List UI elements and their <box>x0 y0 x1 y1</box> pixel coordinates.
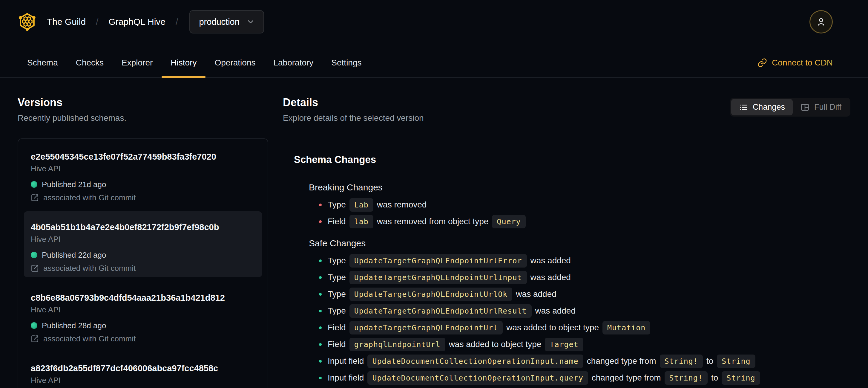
version-card[interactable]: c8b6e88a06793b9c4dfd54aaa21b36a1b421d812… <box>24 282 262 348</box>
change-text: Type <box>328 256 346 265</box>
version-list: e2e55045345ce13fe07f52a77459b83fa3fe7020… <box>18 139 268 388</box>
tab-operations[interactable]: Operations <box>206 43 265 78</box>
code-badge: String <box>722 371 760 385</box>
tab-label: Operations <box>214 58 255 67</box>
external-link-icon <box>31 335 39 343</box>
columns-icon <box>801 103 809 112</box>
bullet-icon <box>319 293 322 296</box>
change-text: Field <box>328 217 346 226</box>
user-icon <box>815 16 827 28</box>
connect-to-cdn-button[interactable]: Connect to CDN <box>757 43 833 78</box>
git-commit-text: associated with Git commit <box>43 193 135 202</box>
breaking-changes-section: Breaking ChangesTypeLabwas removedFieldl… <box>309 182 850 230</box>
details-heading-group: Details Explore details of the selected … <box>283 96 424 123</box>
change-text: to <box>711 373 718 383</box>
tab-checks[interactable]: Checks <box>67 43 113 78</box>
change-text: Field <box>328 323 346 332</box>
version-card[interactable]: a823f6db2a55df877dcf406006abca97fcc4858c… <box>24 352 262 388</box>
primary-tabbar: SchemaChecksExplorerHistoryOperationsLab… <box>0 43 868 78</box>
breadcrumb-org[interactable]: The Guild <box>47 17 86 27</box>
tab-list: SchemaChecksExplorerHistoryOperationsLab… <box>18 43 371 78</box>
versions-title: Versions <box>18 96 268 109</box>
user-menu-button[interactable] <box>809 10 833 33</box>
bullet-icon <box>319 220 322 223</box>
bullet-icon <box>319 377 322 379</box>
change-text: Field <box>328 339 346 349</box>
breadcrumb-separator: / <box>96 17 98 27</box>
version-hash: c8b6e88a06793b9c4dfd54aaa21b36a1b421d812 <box>31 293 255 303</box>
details-subtitle: Explore details of the selected version <box>283 113 424 123</box>
code-badge: String! <box>660 355 703 368</box>
app-header: The Guild / GraphQL Hive / production <box>0 0 868 43</box>
change-text: was added <box>530 256 571 265</box>
tab-label: History <box>170 58 196 67</box>
tab-explorer[interactable]: Explorer <box>113 43 162 78</box>
tab-laboratory[interactable]: Laboratory <box>265 43 322 78</box>
git-commit-row[interactable]: associated with Git commit <box>31 193 255 202</box>
git-commit-text: associated with Git commit <box>43 334 135 344</box>
app-root: The Guild / GraphQL Hive / production Sc… <box>0 0 868 388</box>
change-sections: Breaking ChangesTypeLabwas removedFieldl… <box>294 182 850 386</box>
version-service-name: Hive API <box>31 376 255 385</box>
version-card[interactable]: 4b05ab51b1b4a7e2e4b0ef82172f2b9f7ef98c0b… <box>24 211 262 277</box>
change-item: Input fieldUpdateDocumentCollectionOpera… <box>309 369 850 386</box>
external-link-icon <box>31 194 39 202</box>
tab-label: Checks <box>76 58 104 67</box>
full-diff-view-button[interactable]: Full Diff <box>793 99 849 115</box>
code-badge: UpdateTargetGraphQLEndpointUrlError <box>349 254 527 268</box>
list-icon <box>739 103 748 112</box>
version-card[interactable]: e2e55045345ce13fe07f52a77459b83fa3fe7020… <box>24 141 262 207</box>
status-dot <box>31 322 37 329</box>
code-badge: UpdateTargetGraphQLEndpointUrlInput <box>349 271 527 284</box>
target-selector-dropdown[interactable]: production <box>189 10 264 33</box>
hive-logo-icon[interactable] <box>18 11 37 32</box>
change-text: was added to object type <box>449 339 541 349</box>
code-badge: Target <box>545 338 583 351</box>
version-service-name: Hive API <box>31 164 255 173</box>
version-service-name: Hive API <box>31 235 255 244</box>
tab-schema[interactable]: Schema <box>18 43 67 78</box>
change-item: TypeUpdateTargetGraphQLEndpointUrlErrorw… <box>309 252 850 269</box>
breadcrumb-project[interactable]: GraphQL Hive <box>108 17 165 27</box>
status-dot <box>31 252 37 258</box>
schema-changes-section: Schema Changes Breaking ChangesTypeLabwa… <box>294 154 850 386</box>
breaking-changes-title: Breaking Changes <box>309 182 850 192</box>
change-text: was added <box>530 273 571 282</box>
external-link-icon <box>31 264 39 272</box>
published-text: Published 28d ago <box>42 321 106 330</box>
changes-view-button[interactable]: Changes <box>731 99 793 115</box>
git-commit-text: associated with Git commit <box>43 263 135 273</box>
schema-changes-title: Schema Changes <box>294 154 850 165</box>
tab-label: Explorer <box>122 58 153 67</box>
code-badge: UpdateTargetGraphQLEndpointUrlOk <box>349 288 513 301</box>
change-text: was added to object type <box>506 323 599 332</box>
change-text: changed type from <box>592 373 661 383</box>
bullet-icon <box>319 260 322 262</box>
versions-panel: Versions Recently published schemas. e2e… <box>18 96 268 388</box>
bullet-icon <box>319 326 322 329</box>
chevron-down-icon <box>246 17 255 26</box>
published-row: Published 22d ago <box>31 250 255 260</box>
change-text: Input field <box>328 356 364 366</box>
tab-settings[interactable]: Settings <box>322 43 370 78</box>
code-badge: UpdateTargetGraphQLEndpointUrlResult <box>349 304 532 318</box>
details-panel: Details Explore details of the selected … <box>283 96 850 388</box>
change-list: TypeUpdateTargetGraphQLEndpointUrlErrorw… <box>309 252 850 386</box>
change-item: FieldgraphqlEndpointUrlwas added to obje… <box>309 336 850 353</box>
git-commit-row[interactable]: associated with Git commit <box>31 334 255 344</box>
change-text: Type <box>328 200 346 210</box>
breadcrumb-separator: / <box>176 17 178 27</box>
change-text: changed type from <box>587 356 656 366</box>
published-row: Published 28d ago <box>31 321 255 330</box>
version-service-name: Hive API <box>31 305 255 314</box>
code-badge: Query <box>492 215 525 228</box>
change-text: was added <box>535 306 576 316</box>
active-tab-indicator <box>162 76 206 78</box>
published-text: Published 21d ago <box>42 180 106 189</box>
change-item: TypeLabwas removed <box>309 197 850 213</box>
view-toggle: Changes Full Diff <box>730 98 850 117</box>
git-commit-row[interactable]: associated with Git commit <box>31 263 255 273</box>
tab-history[interactable]: History <box>162 43 206 78</box>
change-text: Type <box>328 289 346 299</box>
bullet-icon <box>319 204 322 206</box>
